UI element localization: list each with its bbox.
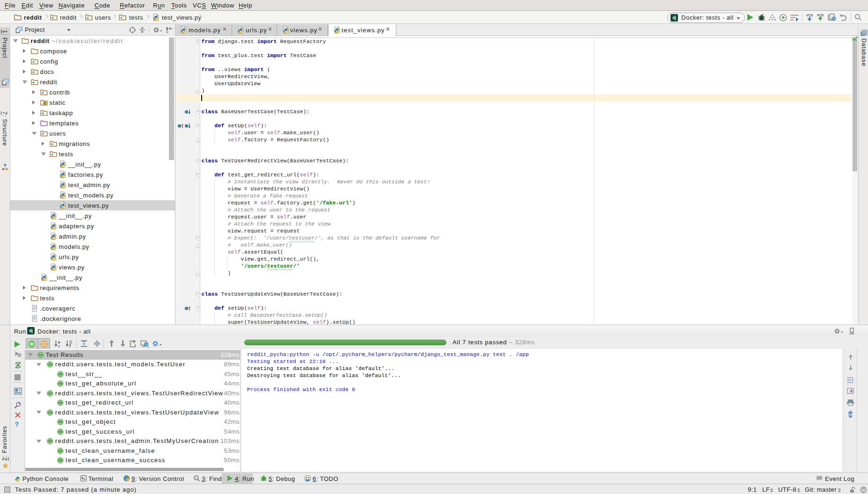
svg-text:VCS: VCS [806, 14, 813, 17]
svg-text:z: z [58, 344, 60, 348]
svg-text:OK: OK [29, 342, 34, 346]
